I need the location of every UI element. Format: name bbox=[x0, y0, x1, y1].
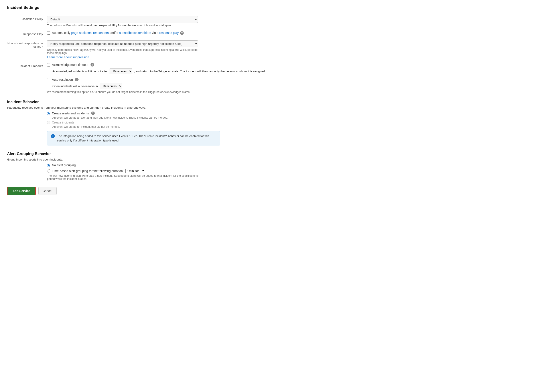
time-based-grouping-label: Time-based alert grouping for the follow… bbox=[52, 169, 124, 173]
alert-grouping-desc: Group incoming alerts into open incident… bbox=[7, 158, 533, 161]
incident-settings-title: Incident Settings bbox=[7, 5, 533, 12]
ack-text-suffix: , and return to the Triggered state. The… bbox=[134, 70, 266, 73]
response-play-help-icon[interactable]: ? bbox=[180, 31, 184, 35]
response-play-link[interactable]: response play bbox=[159, 31, 179, 35]
incident-behavior-title: Incident Behavior bbox=[7, 100, 533, 104]
learn-more-container: Learn more about suppression bbox=[47, 55, 533, 59]
auto-resolution-section: Auto-resolution ? Open incidents will au… bbox=[47, 78, 533, 94]
incident-timeouts-row: Incident Timeouts Acknowledgement timeou… bbox=[7, 63, 533, 94]
alert-grouping-title: Alert Grouping Behavior bbox=[7, 152, 533, 156]
incident-behavior-desc: PagerDuty receives events from your moni… bbox=[7, 106, 533, 109]
escalation-policy-row: Escalation Policy Default The policy spe… bbox=[7, 16, 533, 27]
alert-grouping-options: No alert grouping Time-based alert group… bbox=[7, 164, 533, 180]
notification-help: Urgency determines how PagerDuty will no… bbox=[47, 48, 202, 55]
notification-row: How should responders be notified? Notif… bbox=[7, 40, 533, 59]
action-buttons: Add Service Cancel bbox=[7, 187, 533, 195]
response-play-label: Response Play bbox=[7, 31, 47, 36]
no-alert-grouping-radio[interactable] bbox=[47, 164, 50, 167]
auto-resolution-checkbox[interactable] bbox=[47, 78, 50, 81]
ack-text-prefix: Acknowledged incidents will time out aft… bbox=[52, 70, 108, 73]
auto-resolution-select[interactable]: 10 minutes 20 minutes 30 minutes 1 hour bbox=[100, 83, 122, 89]
add-service-button[interactable]: Add Service bbox=[7, 187, 36, 195]
subscribe-stakeholders-link[interactable]: subscribe stakeholders bbox=[119, 31, 151, 35]
create-alerts-incidents-help: An event will create an alert and then a… bbox=[52, 116, 533, 119]
auto-text-prefix: Open incidents will auto-resolve in bbox=[52, 84, 98, 88]
escalation-policy-select[interactable]: Default bbox=[47, 16, 198, 23]
response-play-text: Automatically page additional responders… bbox=[52, 31, 184, 35]
auto-resolution-recommend: We recommend turning this option on, to … bbox=[47, 90, 202, 94]
ack-timeout-checkbox-row: Acknowledgement timeout ? bbox=[47, 63, 533, 66]
response-play-checkbox-row: Automatically page additional responders… bbox=[47, 31, 533, 35]
create-incidents-radio[interactable] bbox=[47, 121, 50, 124]
time-based-grouping-row: Time-based alert grouping for the follow… bbox=[47, 169, 533, 173]
no-alert-grouping-row: No alert grouping bbox=[47, 164, 533, 167]
escalation-policy-label: Escalation Policy bbox=[7, 16, 47, 21]
create-incidents-label: Create incidents bbox=[52, 121, 74, 124]
escalation-policy-control: Default The policy specifies who will be… bbox=[47, 16, 533, 27]
auto-resolution-checkbox-row: Auto-resolution ? bbox=[47, 78, 533, 81]
create-alerts-incidents-help-icon[interactable]: ? bbox=[91, 112, 95, 115]
cancel-button[interactable]: Cancel bbox=[38, 187, 57, 195]
info-icon: i bbox=[51, 134, 55, 138]
page-additional-responders-link[interactable]: page additional responders bbox=[71, 31, 109, 35]
auto-resolution-help-icon[interactable]: ? bbox=[75, 78, 79, 81]
create-alerts-incidents-radio[interactable] bbox=[47, 112, 50, 115]
no-alert-grouping-label: No alert grouping bbox=[52, 164, 76, 167]
incident-timeouts-label: Incident Timeouts bbox=[7, 63, 47, 68]
ack-timeout-options-row: Acknowledged incidents will time out aft… bbox=[52, 68, 533, 74]
time-based-grouping-radio[interactable] bbox=[47, 169, 50, 173]
incident-settings-section: Incident Settings Escalation Policy Defa… bbox=[7, 5, 533, 94]
ack-timeout-select[interactable]: 10 minutes 20 minutes 30 minutes 1 hour bbox=[110, 68, 132, 74]
incident-timeouts-control: Acknowledgement timeout ? Acknowledged i… bbox=[47, 63, 533, 94]
escalation-policy-help: The policy specifies who will be assigne… bbox=[47, 24, 202, 27]
ack-timeout-label: Acknowledgement timeout bbox=[52, 63, 88, 66]
response-play-row: Response Play Automatically page additio… bbox=[7, 31, 533, 36]
info-box-text: The integration being added to this serv… bbox=[57, 134, 216, 143]
time-based-grouping-content: Time-based alert grouping for the follow… bbox=[52, 169, 145, 173]
learn-more-suppression-link[interactable]: Learn more about suppression bbox=[47, 55, 89, 59]
create-incidents-help: An event will create an incident that ca… bbox=[52, 125, 533, 128]
create-alerts-incidents-label: Create alerts and incidents bbox=[52, 112, 89, 115]
alert-grouping-section: Alert Grouping Behavior Group incoming a… bbox=[7, 152, 533, 180]
time-based-duration-select[interactable]: 2 minutes 5 minutes 10 minutes 15 minute… bbox=[125, 169, 145, 173]
auto-resolution-options-row: Open incidents will auto-resolve in 10 m… bbox=[52, 83, 533, 89]
notification-control: Notify responders until someone responds… bbox=[47, 40, 533, 59]
time-based-grouping-help: The first new incoming alert will create… bbox=[47, 174, 202, 180]
incident-behavior-section: Incident Behavior PagerDuty receives eve… bbox=[7, 100, 533, 145]
incident-behavior-options: Create alerts and incidents ? An event w… bbox=[7, 112, 533, 145]
notification-select[interactable]: Notify responders until someone responds… bbox=[47, 40, 198, 47]
response-play-checkbox[interactable] bbox=[47, 31, 50, 35]
ack-timeout-checkbox[interactable] bbox=[47, 63, 50, 66]
create-alerts-incidents-row: Create alerts and incidents ? bbox=[47, 112, 533, 115]
info-box: i The integration being added to this se… bbox=[47, 131, 220, 145]
response-play-control: Automatically page additional responders… bbox=[47, 31, 533, 36]
notification-label: How should responders be notified? bbox=[7, 40, 47, 48]
auto-resolution-label: Auto-resolution bbox=[52, 78, 73, 81]
create-incidents-row: Create incidents bbox=[47, 121, 533, 124]
ack-timeout-help-icon[interactable]: ? bbox=[90, 63, 94, 66]
